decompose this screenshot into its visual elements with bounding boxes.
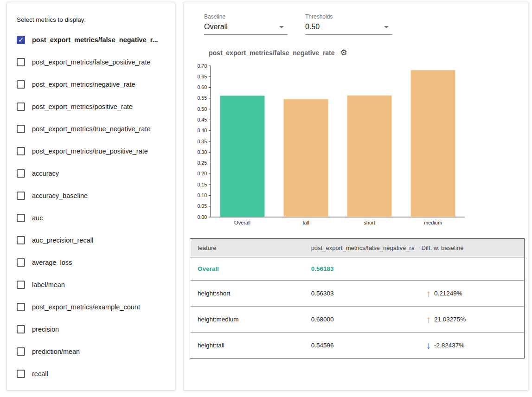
- checkbox-icon[interactable]: [17, 36, 25, 44]
- metric-label: post_export_metrics/true_negative_rate: [32, 125, 151, 133]
- checkbox-icon[interactable]: [17, 169, 25, 178]
- feature-cell: Overall: [190, 257, 304, 281]
- diff-cell: ↑ 0.21249%: [414, 281, 525, 307]
- metric-label: precision: [32, 326, 59, 333]
- controls-bar: Baseline Overall Thresholds 0.50: [204, 13, 523, 35]
- y-tick-label: 0.50: [198, 106, 207, 112]
- y-tick-label: 0.40: [198, 128, 207, 133]
- metric-checkbox-item[interactable]: post_export_metrics/negative_rate: [17, 73, 167, 96]
- metric-label: auc: [32, 214, 43, 222]
- y-tick-label: 0.30: [198, 149, 207, 155]
- checkbox-icon[interactable]: [17, 370, 25, 378]
- metric-value-cell: 0.56183: [304, 257, 414, 281]
- y-tick-label: 0.60: [198, 84, 207, 90]
- y-tick-label: 0.25: [198, 160, 207, 166]
- diff-inner: ↓ -2.82437%: [422, 340, 465, 350]
- metric-value-cell: 0.56303: [304, 281, 414, 307]
- y-tick-label: 0.55: [198, 95, 207, 101]
- metric-checkbox-item[interactable]: auc: [17, 207, 167, 229]
- diff-inner: ↑ 21.03275%: [422, 314, 466, 324]
- checkbox-icon[interactable]: [17, 303, 25, 311]
- metric-checkbox-item[interactable]: average_loss: [17, 251, 167, 274]
- baseline-select[interactable]: Overall: [204, 22, 288, 35]
- checkbox-icon[interactable]: [17, 125, 25, 133]
- metric-selector-title: Select metrics to display:: [17, 16, 167, 23]
- chart-title: post_export_metrics/false_negative_rate: [209, 49, 335, 57]
- checkbox-icon[interactable]: [17, 258, 25, 267]
- feature-cell: height:medium: [190, 307, 304, 333]
- checkbox-icon[interactable]: [17, 281, 25, 289]
- diff-arrow-icon: ↑: [426, 288, 431, 298]
- metric-label: post_export_metrics/true_positive_rate: [32, 147, 148, 155]
- checkbox-icon[interactable]: [17, 102, 25, 111]
- thresholds-select[interactable]: 0.50: [305, 22, 392, 35]
- metric-label: post_export_metrics/example_count: [32, 303, 140, 311]
- checkbox-icon[interactable]: [17, 347, 25, 356]
- bar-tall[interactable]: [284, 99, 328, 217]
- metric-label: accuracy: [32, 170, 59, 177]
- metric-label: label/mean: [32, 281, 65, 288]
- bar-Overall[interactable]: [220, 96, 265, 217]
- table-header-row: feature post_export_metrics/false_negati…: [190, 239, 525, 257]
- y-tick-label: 0.05: [198, 203, 207, 209]
- x-category-label: Overall: [234, 220, 250, 225]
- diff-arrow-icon: ↑: [426, 314, 431, 324]
- diff-text: 0.21249%: [434, 290, 462, 297]
- metric-checkbox-item[interactable]: accuracy: [17, 162, 167, 185]
- metric-checkbox-item[interactable]: post_export_metrics/true_negative_rate: [17, 118, 167, 140]
- thresholds-selected-value: 0.50: [305, 23, 320, 31]
- checkbox-icon[interactable]: [17, 214, 25, 222]
- metric-checkbox-item[interactable]: auc_precision_recall: [17, 229, 167, 251]
- metric-label: post_export_metrics/false_positive_rate: [32, 58, 151, 66]
- y-tick-label: 0.20: [198, 171, 207, 176]
- checkbox-icon[interactable]: [17, 58, 25, 66]
- diff-cell: ↑ 21.03275%: [414, 307, 525, 333]
- col-header-diff: Diff. w. baseline: [414, 239, 525, 257]
- metric-checkbox-item[interactable]: accuracy_baseline: [17, 185, 167, 207]
- results-panel: Baseline Overall Thresholds 0.50 post_ex…: [183, 2, 529, 391]
- x-category-label: medium: [424, 220, 442, 225]
- metric-checkbox-item[interactable]: recall: [17, 363, 167, 385]
- metric-checkbox-item[interactable]: post_export_metrics/positive_rate: [17, 96, 167, 118]
- checkbox-icon[interactable]: [17, 80, 25, 89]
- metric-label: post_export_metrics/false_negative_r...: [32, 36, 158, 44]
- metric-checkbox-item[interactable]: post_export_metrics/example_count: [17, 296, 167, 318]
- metric-label: accuracy_baseline: [32, 192, 88, 199]
- bar-medium[interactable]: [411, 70, 455, 217]
- metric-checkbox-item[interactable]: post_export_metrics/false_positive_rate: [17, 51, 167, 73]
- checkbox-icon[interactable]: [17, 236, 25, 244]
- metric-list: post_export_metrics/false_negative_r... …: [17, 29, 167, 385]
- diff-text: -2.82437%: [434, 342, 464, 349]
- diff-arrow-icon: ↓: [426, 340, 431, 350]
- bar-chart: 0.000.050.100.150.200.250.300.350.400.45…: [189, 62, 523, 232]
- gear-icon[interactable]: ⚙: [340, 49, 347, 57]
- diff-cell: [414, 257, 525, 281]
- y-tick-label: 0.15: [198, 182, 207, 187]
- metric-label: post_export_metrics/negative_rate: [32, 81, 135, 88]
- thresholds-control: Thresholds 0.50: [305, 13, 392, 35]
- checkbox-icon[interactable]: [17, 192, 25, 200]
- metric-checkbox-item[interactable]: label/mean: [17, 274, 167, 296]
- chevron-down-icon: [279, 26, 284, 28]
- metric-checkbox-item[interactable]: post_export_metrics/false_negative_r...: [17, 29, 167, 51]
- col-header-feature: feature: [190, 239, 304, 257]
- metric-checkbox-item[interactable]: precision: [17, 318, 167, 340]
- table-row: height:tall 0.54596 ↓ -2.82437%: [190, 333, 525, 359]
- thresholds-label: Thresholds: [305, 13, 392, 20]
- x-category-label: short: [364, 220, 375, 225]
- page: Select metrics to display: post_export_m…: [0, 0, 532, 397]
- metric-checkbox-item[interactable]: prediction/mean: [17, 340, 167, 363]
- checkbox-icon[interactable]: [17, 147, 25, 155]
- metric-value-cell: 0.68000: [304, 307, 414, 333]
- y-tick-label: 0.45: [198, 117, 207, 122]
- metric-checkbox-item[interactable]: post_export_metrics/true_positive_rate: [17, 140, 167, 162]
- checkbox-icon[interactable]: [17, 325, 25, 333]
- feature-cell: height:tall: [190, 333, 304, 359]
- metric-label: average_loss: [32, 259, 72, 266]
- bar-short[interactable]: [347, 96, 392, 217]
- metric-label: auc_precision_recall: [32, 237, 93, 244]
- metric-value-cell: 0.54596: [304, 333, 414, 359]
- baseline-selected-value: Overall: [204, 23, 228, 31]
- diff-inner: ↑ 0.21249%: [422, 288, 462, 298]
- y-tick-label: 0.35: [198, 139, 207, 144]
